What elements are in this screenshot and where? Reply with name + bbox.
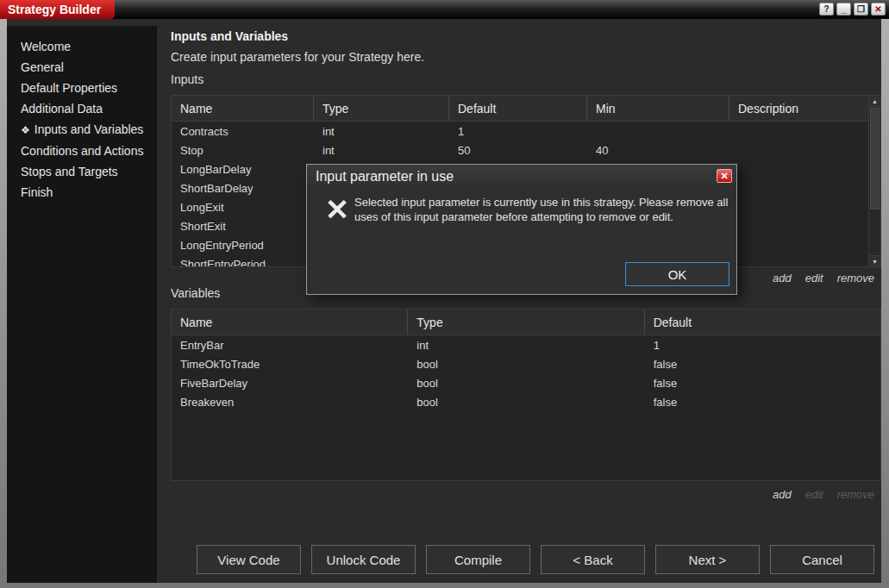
scroll-up-button[interactable]: ▲ (869, 96, 880, 107)
inputs-actions: add edit remove (773, 272, 874, 285)
scroll-down-icon: ▼ (872, 259, 878, 265)
page-subtitle: Create input parameters for your Strateg… (171, 50, 424, 64)
table-row[interactable]: EntryBar int 1 (172, 335, 880, 354)
sidebar-item-finish[interactable]: Finish (7, 182, 157, 203)
variables-remove-link: remove (837, 488, 874, 501)
footer-buttons: View Code Unlock Code Compile < Back Nex… (197, 545, 874, 574)
close-button[interactable]: ✕ (871, 3, 886, 16)
variables-section-label: Variables (171, 286, 220, 300)
wizard-sidebar: Welcome General Default Properties Addit… (7, 26, 157, 583)
variables-table-body: EntryBar int 1 TimeOkToTrade bool false … (172, 335, 880, 411)
column-header-default: Default (449, 96, 587, 121)
column-header-type: Type (314, 96, 449, 121)
strategy-builder-window: Strategy Builder ? _ ❐ ✕ Welcome General… (0, 0, 889, 588)
table-row[interactable]: FiveBarDelay bool false (172, 373, 880, 392)
column-header-type: Type (408, 310, 644, 335)
column-header-description: Description (729, 96, 870, 121)
active-page-icon: ❖ (21, 124, 30, 136)
minimize-button[interactable]: _ (836, 3, 851, 16)
dialog-close-button[interactable]: ✕ (717, 169, 732, 183)
cancel-button[interactable]: Cancel (770, 545, 874, 574)
app-title: Strategy Builder (0, 0, 115, 19)
table-row[interactable]: Stop int 50 40 (172, 141, 880, 160)
sidebar-item-welcome[interactable]: Welcome (7, 36, 157, 57)
variables-table: Name Type Default EntryBar int 1 TimeOkT… (171, 309, 881, 481)
view-code-button[interactable]: View Code (197, 545, 301, 574)
variables-actions: add edit remove (773, 488, 874, 501)
dialog-message: Selected input parameter is currently us… (354, 196, 729, 224)
variables-edit-link: edit (805, 488, 823, 501)
help-icon: ? (823, 5, 829, 14)
table-row[interactable]: Breakeven bool false (172, 392, 880, 411)
inputs-section-label: Inputs (171, 72, 203, 86)
table-row[interactable]: Contracts int 1 (172, 122, 880, 141)
variables-table-header: Name Type Default (172, 310, 880, 335)
ok-button[interactable]: OK (625, 262, 729, 286)
scroll-thumb[interactable] (870, 108, 880, 210)
next-button[interactable]: Next > (655, 545, 760, 574)
unlock-code-button[interactable]: Unlock Code (311, 545, 416, 574)
dialog-title: Input parameter in use (316, 169, 454, 184)
dialog-close-icon: ✕ (720, 172, 728, 181)
window-controls: ? _ ❐ ✕ (819, 3, 886, 16)
sidebar-item-additional-data[interactable]: Additional Data (7, 98, 157, 119)
page-title: Inputs and Variables (171, 29, 288, 43)
variables-add-link[interactable]: add (773, 488, 792, 501)
close-icon: ✕ (874, 5, 881, 14)
inputs-edit-link[interactable]: edit (805, 272, 823, 285)
back-button[interactable]: < Back (541, 545, 645, 574)
sidebar-item-stops-and-targets[interactable]: Stops and Targets (7, 161, 157, 182)
main-panel: Inputs and Variables Create input parame… (157, 19, 881, 583)
minimize-icon: _ (842, 5, 847, 14)
scroll-up-icon: ▲ (872, 98, 878, 104)
titlebar[interactable]: Strategy Builder ? _ ❐ ✕ (0, 0, 889, 19)
sidebar-item-conditions-and-actions[interactable]: Conditions and Actions (7, 141, 157, 161)
inputs-table-header: Name Type Default Min Description (172, 96, 880, 122)
table-row[interactable]: TimeOkToTrade bool false (172, 354, 880, 373)
window-body: Welcome General Default Properties Addit… (7, 19, 881, 583)
inputs-add-link[interactable]: add (773, 272, 792, 285)
sidebar-item-general[interactable]: General (7, 57, 157, 78)
inputs-scrollbar[interactable]: ▲ ▼ (868, 96, 880, 266)
column-header-name: Name (172, 96, 314, 121)
maximize-button[interactable]: ❐ (854, 3, 868, 16)
inputs-remove-link[interactable]: remove (837, 272, 874, 285)
maximize-icon: ❐ (857, 5, 865, 14)
column-header-default: Default (645, 310, 880, 335)
compile-button[interactable]: Compile (426, 545, 530, 574)
column-header-name: Name (172, 310, 408, 335)
input-parameter-in-use-dialog: Input parameter in use ✕ ✕ Selected inpu… (306, 164, 737, 295)
help-button[interactable]: ? (819, 3, 834, 16)
sidebar-item-default-properties[interactable]: Default Properties (7, 78, 157, 98)
scroll-down-button[interactable]: ▼ (869, 255, 880, 266)
column-header-min: Min (587, 96, 729, 121)
sidebar-item-inputs-and-variables[interactable]: ❖Inputs and Variables (7, 119, 157, 141)
error-x-icon: ✕ (321, 194, 354, 225)
dialog-titlebar[interactable]: Input parameter in use ✕ (307, 165, 736, 188)
